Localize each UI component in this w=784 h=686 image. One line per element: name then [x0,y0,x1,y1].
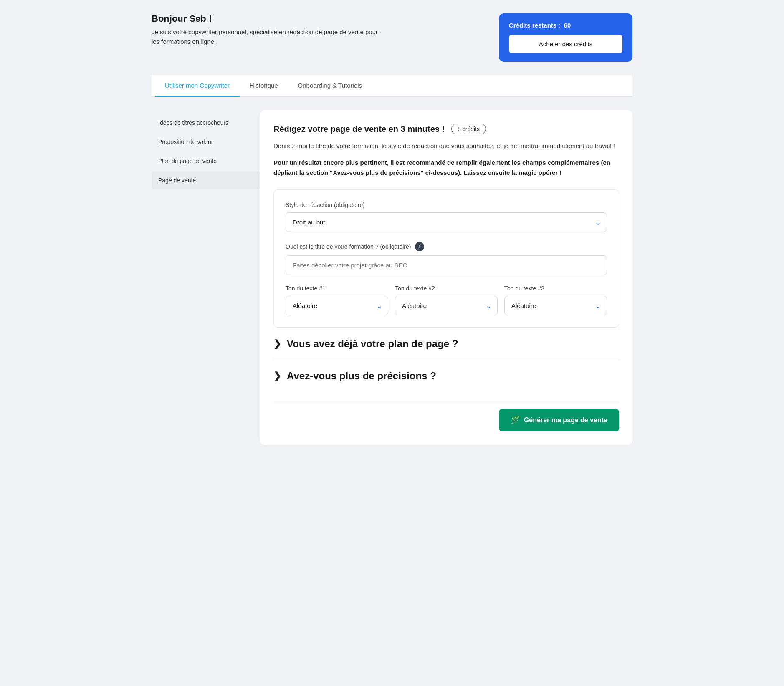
training-title-input[interactable] [286,255,607,275]
tab-copywriter[interactable]: Utiliser mon Copywriter [155,75,240,97]
buy-credits-button[interactable]: Acheter des crédits [509,35,622,53]
tab-onboarding[interactable]: Onboarding & Tutoriels [288,75,372,97]
sidebar: Idées de titres accrocheurs Proposition … [152,110,260,445]
tone2-select-wrapper: Aléatoire Professionnel Décontracté Insp… [395,296,498,315]
greeting-block: Bonjour Seb ! Je suis votre copywriter p… [152,13,385,46]
greeting-title: Bonjour Seb ! [152,13,385,24]
tone2-group: Ton du texte #2 Aléatoire Professionnel … [395,285,498,315]
tone1-select[interactable]: Aléatoire Professionnel Décontracté Insp… [286,296,388,315]
section-title: Rédigez votre page de vente en 3 minutes… [273,124,445,134]
content-area: Rédigez votre page de vente en 3 minutes… [260,110,632,445]
tone2-label: Ton du texte #2 [395,285,498,292]
style-select[interactable]: Droit au but Storytelling Émotionnel Ana… [286,212,607,232]
training-info-icon[interactable]: i [415,242,424,251]
accordion2-title: Avez-vous plus de précisions ? [287,370,436,382]
sidebar-item-idees-titres[interactable]: Idées de titres accrocheurs [152,113,260,132]
section-header: Rédigez votre page de vente en 3 minutes… [273,124,619,134]
accordion2-chevron-icon: ❯ [273,371,281,381]
style-form-group: Style de rédaction (obligatoire) Droit a… [286,202,607,232]
training-title-form-group: Quel est le titre de votre formation ? (… [286,242,607,275]
credits-card: Crédits restants : 60 Acheter des crédit… [499,13,632,62]
form-card: Style de rédaction (obligatoire) Droit a… [273,189,619,328]
accordion-plan-page-header[interactable]: ❯ Vous avez déjà votre plan de page ? [273,338,619,350]
tone1-label: Ton du texte #1 [286,285,388,292]
credits-label: Crédits restants : 60 [509,22,622,29]
training-label-row: Quel est le titre de votre formation ? (… [286,242,607,251]
accordion1-chevron-icon: ❯ [273,338,281,349]
accordion-precisions-header[interactable]: ❯ Avez-vous plus de précisions ? [273,370,619,382]
sidebar-item-plan-page[interactable]: Plan de page de vente [152,152,260,170]
accordion1-title: Vous avez déjà votre plan de page ? [287,338,458,350]
generate-button[interactable]: 🪄 Générer ma page de vente [499,409,619,431]
tone3-select-wrapper: Aléatoire Professionnel Décontracté Insp… [504,296,607,315]
main-layout: Idées de titres accrocheurs Proposition … [152,110,632,445]
tab-historique[interactable]: Historique [240,75,288,97]
tabs-nav: Utiliser mon Copywriter Historique Onboa… [152,75,632,97]
style-label: Style de rédaction (obligatoire) [286,202,607,208]
generate-button-label: Générer ma page de vente [524,416,607,424]
tone1-group: Ton du texte #1 Aléatoire Professionnel … [286,285,388,315]
training-label: Quel est le titre de votre formation ? (… [286,243,411,250]
accordion-precisions: ❯ Avez-vous plus de précisions ? [273,360,619,392]
tone3-label: Ton du texte #3 [504,285,607,292]
section-note: Pour un résultat encore plus pertinent, … [273,158,619,178]
tone3-group: Ton du texte #3 Aléatoire Professionnel … [504,285,607,315]
style-select-wrapper: Droit au but Storytelling Émotionnel Ana… [286,212,607,232]
generate-btn-row: 🪄 Générer ma page de vente [273,402,619,431]
tone2-select[interactable]: Aléatoire Professionnel Décontracté Insp… [395,296,498,315]
tone1-select-wrapper: Aléatoire Professionnel Décontracté Insp… [286,296,388,315]
header-section: Bonjour Seb ! Je suis votre copywriter p… [152,13,632,62]
credits-badge: 8 crédits [451,124,486,134]
sidebar-item-page-vente[interactable]: Page de vente [152,171,260,189]
section-description: Donnez-moi le titre de votre formation, … [273,141,619,151]
tone-row: Ton du texte #1 Aléatoire Professionnel … [286,285,607,315]
accordion-plan-page: ❯ Vous avez déjà votre plan de page ? [273,328,619,360]
greeting-subtitle: Je suis votre copywriter personnel, spéc… [152,28,385,46]
wand-icon: 🪄 [511,416,520,425]
tone3-select[interactable]: Aléatoire Professionnel Décontracté Insp… [504,296,607,315]
sidebar-item-proposition-valeur[interactable]: Proposition de valeur [152,133,260,151]
